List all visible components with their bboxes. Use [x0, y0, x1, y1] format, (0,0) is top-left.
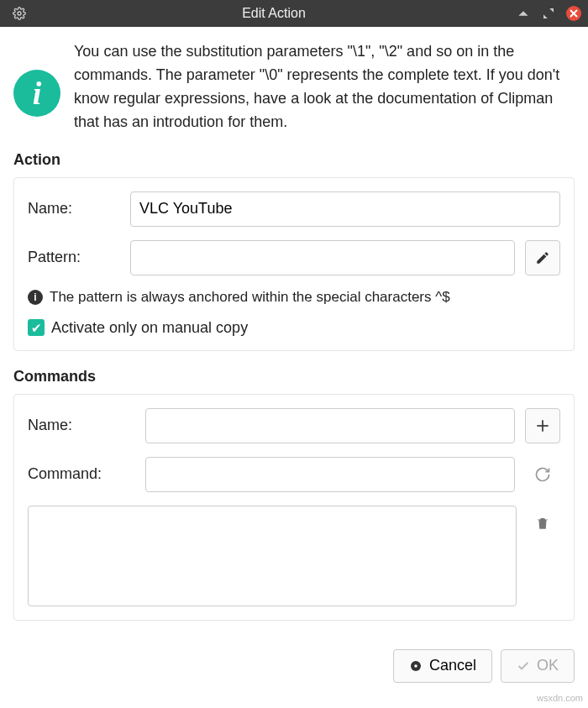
action-section: Name: Pattern: i The pattern is always a…	[13, 177, 575, 351]
info-banner: i You can use the substitution parameter…	[13, 40, 575, 134]
check-icon: ✔	[31, 322, 42, 334]
refresh-icon	[534, 466, 551, 483]
edit-pattern-button[interactable]	[525, 240, 560, 275]
commands-heading: Commands	[13, 368, 575, 385]
maximize-icon[interactable]	[541, 6, 556, 21]
action-name-input[interactable]	[130, 191, 560, 227]
manual-copy-label: Activate only on manual copy	[51, 319, 248, 337]
cancel-button[interactable]: Cancel	[393, 649, 492, 683]
action-heading: Action	[13, 151, 575, 169]
delete-command-button[interactable]	[525, 506, 560, 541]
pencil-icon	[535, 250, 550, 265]
cancel-label: Cancel	[429, 657, 476, 674]
command-label: Command:	[28, 465, 135, 483]
window-title: Edit Action	[32, 6, 516, 21]
commands-section: Name: Command:	[13, 394, 575, 621]
command-input[interactable]	[145, 457, 515, 492]
plus-icon	[534, 417, 551, 434]
action-name-label: Name:	[28, 200, 120, 218]
info-text: You can use the substitution parameters …	[74, 40, 575, 134]
checkmark-icon	[517, 659, 530, 673]
add-command-button[interactable]	[525, 408, 560, 443]
trash-icon	[535, 516, 550, 531]
roll-up-icon[interactable]	[516, 6, 531, 21]
action-pattern-input[interactable]	[130, 240, 515, 275]
command-name-label: Name:	[28, 417, 135, 434]
svg-point-6	[413, 663, 417, 668]
cancel-icon	[409, 659, 423, 673]
svg-point-0	[18, 12, 21, 15]
info-small-icon: i	[28, 290, 43, 305]
refresh-command-button[interactable]	[525, 457, 560, 492]
titlebar: Edit Action	[0, 0, 588, 27]
dialog-footer: Cancel OK	[0, 637, 588, 698]
info-icon: i	[13, 70, 60, 117]
pattern-hint-text: The pattern is always anchored within th…	[50, 289, 450, 306]
ok-label: OK	[537, 657, 559, 674]
command-name-input[interactable]	[145, 408, 515, 443]
pattern-hint: i The pattern is always anchored within …	[28, 289, 560, 306]
ok-button[interactable]: OK	[501, 649, 575, 683]
action-pattern-label: Pattern:	[28, 249, 120, 266]
manual-copy-checkbox[interactable]: ✔	[28, 319, 45, 336]
gear-icon[interactable]	[12, 6, 27, 21]
command-list[interactable]	[28, 506, 517, 606]
close-icon[interactable]	[566, 6, 581, 21]
watermark: wsxdn.com	[537, 693, 583, 703]
